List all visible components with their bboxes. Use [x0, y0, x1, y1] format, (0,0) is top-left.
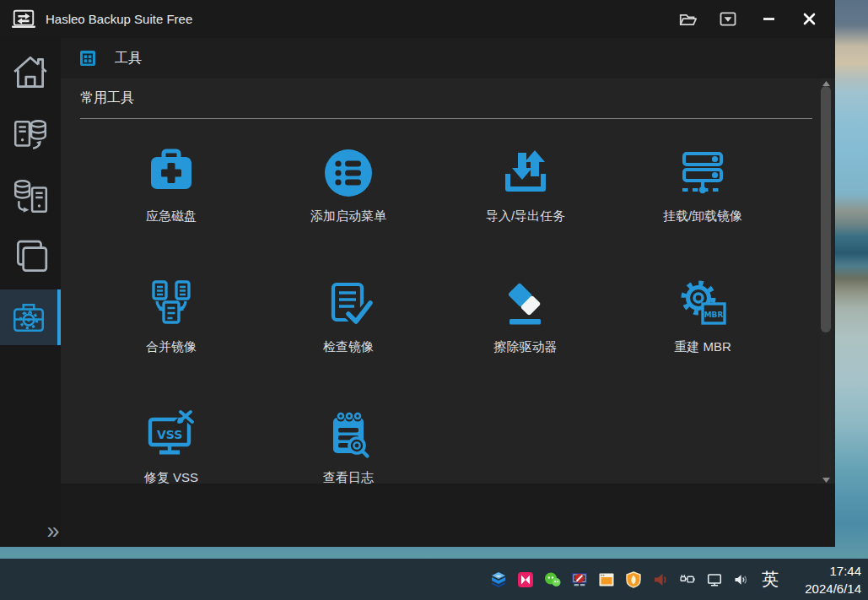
scrollbar-thumb[interactable]: [821, 86, 831, 332]
app-logo-icon: [11, 8, 36, 30]
tool-label: 检查镜像: [323, 339, 374, 355]
tray-security-shield-icon[interactable]: [625, 571, 642, 588]
open-folder-icon[interactable]: [678, 10, 697, 29]
tray-pink-app-icon[interactable]: [517, 571, 534, 588]
window-title: Hasleo Backup Suite Free: [46, 12, 192, 26]
tool-label: 修复 VSS: [144, 470, 198, 484]
close-button[interactable]: [800, 10, 818, 29]
page-title: 工具: [115, 50, 142, 68]
sidebar-item-backup[interactable]: [0, 107, 61, 163]
toolbox-icon: [9, 298, 48, 337]
tray-orange-window-icon[interactable]: [598, 571, 615, 588]
sidebar-item-home[interactable]: [0, 45, 61, 100]
tool-wipe-drive[interactable]: 擦除驱动器: [437, 278, 614, 355]
tool-mount-unmount-image[interactable]: 挂载/卸载镜像: [614, 148, 791, 224]
content-area: 工具 常用工具 应急磁盘: [61, 38, 835, 547]
view-logs-icon: [323, 409, 374, 460]
taskbar: 英 17:44 2024/6/14: [0, 559, 868, 600]
clone-icon: [11, 237, 50, 276]
tools-grid-icon: [79, 50, 96, 67]
ime-indicator[interactable]: 英: [762, 568, 779, 591]
tool-rebuild-mbr[interactable]: MBR 重建 MBR: [614, 278, 791, 355]
tool-label: 添加启动菜单: [310, 208, 386, 224]
merge-image-icon: [146, 278, 197, 329]
tool-label: 重建 MBR: [674, 339, 731, 355]
tool-label: 合并镜像: [146, 339, 197, 355]
clock-time: 17:44: [795, 562, 861, 580]
tray-layers-icon[interactable]: [490, 571, 507, 588]
content-bottom-pad: [61, 484, 835, 547]
tool-label: 导入/导出任务: [486, 208, 565, 224]
tray-remote-blocked-icon[interactable]: [571, 571, 588, 588]
tray-power-icon[interactable]: [679, 571, 696, 588]
tool-label: 擦除驱动器: [494, 339, 558, 355]
tool-emergency-disk[interactable]: 应急磁盘: [83, 148, 260, 224]
mount-image-icon: [677, 148, 728, 198]
vss-text: VSS: [157, 428, 182, 441]
tool-merge-images[interactable]: 合并镜像: [83, 278, 260, 355]
app-window: Hasleo Backup Suite Free: [0, 0, 835, 547]
check-image-icon: [323, 278, 374, 329]
tool-label: 查看日志: [323, 470, 374, 484]
clock-date: 2024/6/14: [795, 580, 861, 597]
tool-label: 挂载/卸载镜像: [663, 208, 742, 224]
restore-icon: [11, 176, 50, 215]
tool-fix-vss[interactable]: VSS 修复 VSS: [83, 409, 260, 484]
titlebar: Hasleo Backup Suite Free: [0, 0, 835, 38]
section-divider: [80, 118, 812, 119]
sidebar-item-clone[interactable]: [0, 229, 61, 284]
sidebar-item-tools[interactable]: [0, 289, 61, 345]
tray-network-icon[interactable]: [706, 571, 723, 588]
tray-wechat-icon[interactable]: [544, 571, 561, 588]
taskbar-clock[interactable]: 17:44 2024/6/14: [795, 562, 861, 597]
fix-vss-icon: VSS: [146, 409, 197, 460]
desktop: { "titlebar": { "title": "Hasleo Backup …: [0, 0, 868, 600]
tool-import-export-tasks[interactable]: 导入/导出任务: [437, 148, 614, 224]
wipe-drive-icon: [500, 278, 551, 329]
tool-add-boot-menu[interactable]: 添加启动菜单: [260, 148, 437, 224]
rebuild-mbr-icon: MBR: [677, 278, 728, 329]
mbr-box-text: MBR: [704, 311, 724, 319]
tray-volume-icon[interactable]: [733, 571, 750, 588]
tools-viewport: 常用工具 应急磁盘: [61, 78, 835, 484]
section-title: 常用工具: [80, 89, 134, 107]
dropdown-window-icon[interactable]: [719, 10, 737, 29]
home-icon: [11, 53, 50, 92]
sidebar-item-restore[interactable]: [0, 168, 61, 224]
tray-red-speaker-icon[interactable]: [652, 571, 669, 588]
page-header: 工具: [61, 38, 835, 78]
import-export-icon: [500, 148, 551, 198]
minimize-button[interactable]: [759, 10, 778, 29]
tool-label: 应急磁盘: [146, 208, 197, 224]
tool-view-logs[interactable]: 查看日志: [260, 409, 437, 484]
sidebar: »: [0, 38, 61, 547]
boot-menu-icon: [323, 148, 374, 198]
vertical-scrollbar[interactable]: [820, 78, 832, 485]
tool-check-image[interactable]: 检查镜像: [260, 278, 437, 355]
titlebar-actions: [678, 10, 818, 29]
emergency-disk-icon: [146, 148, 197, 198]
backup-icon: [11, 116, 50, 154]
